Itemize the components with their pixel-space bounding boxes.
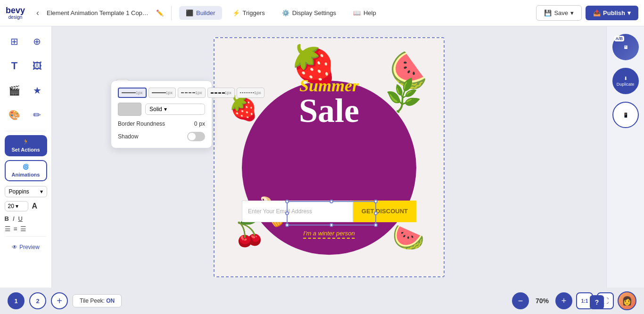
- tile-peek-value: ON: [106, 298, 115, 304]
- preview-button[interactable]: 👁 Preview: [5, 241, 46, 254]
- image-icon[interactable]: 🖼: [27, 56, 48, 76]
- monitor-icon: 🖥: [623, 45, 628, 50]
- video-icon[interactable]: 🎬: [4, 80, 25, 101]
- font-name: Poppins: [9, 188, 29, 195]
- border-style-3-btn[interactable]: 1px: [178, 88, 206, 98]
- font-chevron-icon: ▾: [40, 188, 43, 195]
- border-style-5-btn[interactable]: 1px: [237, 88, 264, 98]
- preview-icon: 👁: [12, 244, 17, 250]
- edit-title-icon[interactable]: ✏️: [156, 9, 164, 16]
- save-label: Save: [554, 9, 568, 16]
- builder-icon: ⬛: [186, 9, 193, 16]
- builder-tab[interactable]: ⬛ Builder: [179, 6, 222, 20]
- align-center-button[interactable]: ≡: [14, 225, 17, 233]
- top-navigation: bevy design ‹ Element Animation Template…: [0, 0, 644, 26]
- page-2-label: 2: [36, 298, 39, 305]
- user-avatar-button[interactable]: 👩: [618, 291, 636, 310]
- duplicate-button[interactable]: ⬇ Duplicate: [612, 68, 639, 94]
- text-icon[interactable]: T: [4, 56, 25, 76]
- border-style-solid-btn[interactable]: 1px: [118, 88, 147, 98]
- zoom-out-button[interactable]: −: [512, 292, 529, 309]
- save-button[interactable]: 💾 Save ▾: [536, 5, 582, 21]
- bold-icon: B: [5, 215, 9, 222]
- page-1-label: 1: [14, 298, 17, 305]
- border-px-2: 1px: [166, 90, 173, 95]
- elements-icon[interactable]: ⊞: [4, 31, 25, 52]
- zoom-in-button[interactable]: +: [555, 292, 572, 309]
- border-style-dropdown[interactable]: Solid ▾: [145, 104, 205, 115]
- logo: bevy design: [6, 6, 25, 20]
- selection-box: [287, 201, 376, 225]
- star-icon[interactable]: ★: [27, 80, 48, 101]
- sidebar-divider: [5, 131, 46, 131]
- align-right-button[interactable]: ☰: [20, 225, 26, 233]
- handle-br[interactable]: [374, 223, 378, 227]
- animations-button[interactable]: 🌀 Animations: [5, 160, 47, 181]
- handle-bottom[interactable]: [330, 223, 333, 227]
- font-size-value: 20: [8, 203, 14, 209]
- sidebar-text-icons: T 🖼: [4, 56, 48, 76]
- handle-bl[interactable]: [285, 223, 289, 227]
- page-2-button[interactable]: 2: [29, 292, 46, 309]
- page-1-button[interactable]: 1: [8, 292, 25, 309]
- bottom-bar: 1 2 + Tile Peek: ON − 70% + 1:1 ⛶ 👩 ?: [0, 288, 644, 314]
- logo-name: bevy: [6, 6, 25, 15]
- save-icon: 💾: [544, 9, 552, 16]
- triggers-tab[interactable]: ⚡ Triggers: [226, 6, 272, 20]
- left-sidebar: ⊞ ⊕ T 🖼 🎬 ★ 🎨 ✏ 🏃 Set Actions 🌀 Animatio…: [0, 26, 52, 288]
- underline-button[interactable]: U: [18, 215, 23, 222]
- border-style-chevron: ▾: [164, 106, 167, 113]
- font-size-row: 20 ▾ A: [5, 201, 47, 211]
- italic-button[interactable]: I: [13, 215, 15, 222]
- font-family-select[interactable]: Poppins ▾: [5, 186, 47, 197]
- back-button[interactable]: ‹: [33, 6, 43, 20]
- shadow-toggle[interactable]: [187, 132, 205, 141]
- tile-peek-button[interactable]: Tile Peek: ON: [73, 294, 122, 307]
- align-left-button[interactable]: ☰: [5, 225, 11, 233]
- add-page-icon: +: [57, 296, 62, 306]
- publish-button[interactable]: 📤 Publish ▾: [586, 6, 638, 20]
- border-style-4-btn[interactable]: 1px: [207, 88, 235, 98]
- pen-icon[interactable]: ✏: [27, 105, 48, 125]
- shadow-row: Shadow: [118, 132, 205, 141]
- display-settings-label: Display Settings: [292, 9, 336, 16]
- mobile-icon: 📱: [623, 113, 628, 118]
- canvas-area: ? 1px 1px 1px 1px: [52, 26, 606, 288]
- ab-test-button[interactable]: A/B 🖥: [612, 34, 639, 60]
- help-float-button[interactable]: ?: [590, 295, 604, 309]
- border-solid-line: [122, 92, 136, 93]
- handle-tr[interactable]: [374, 200, 378, 203]
- help-tab[interactable]: 📖 Help: [347, 6, 383, 20]
- paint-icon[interactable]: 🎨: [4, 105, 25, 125]
- handle-right[interactable]: [374, 211, 378, 215]
- border-px-3: 1px: [195, 90, 202, 95]
- zoom-level-display: 70%: [533, 297, 552, 305]
- border-color-swatch[interactable]: [118, 103, 141, 116]
- set-actions-button[interactable]: 🏃 Set Actions: [5, 135, 47, 156]
- border-style-2-btn[interactable]: 1px: [149, 88, 176, 98]
- banner-text-area: Summer Sale: [299, 76, 359, 126]
- triggers-label: Triggers: [243, 9, 265, 16]
- add-element-icon[interactable]: ⊕: [27, 31, 48, 52]
- duplicate-icon: ⬇: [624, 76, 627, 81]
- handle-tl[interactable]: [285, 200, 289, 203]
- triggers-icon: ⚡: [232, 9, 240, 16]
- italic-icon: I: [13, 215, 15, 222]
- border-style-value: Solid: [149, 106, 162, 113]
- handle-left[interactable]: [285, 211, 289, 215]
- border-px-5: 1px: [254, 90, 261, 95]
- display-settings-tab[interactable]: ⚙️ Display Settings: [275, 6, 343, 20]
- border-roundness-row: Border Roundness 0 px: [118, 121, 205, 127]
- document-title: Element Animation Template 1 Copy Cop...: [47, 9, 150, 16]
- font-size-select[interactable]: 20 ▾: [5, 201, 28, 211]
- border-px-1: 1px: [136, 90, 143, 95]
- border-color-row: Solid ▾: [118, 103, 205, 116]
- add-page-button[interactable]: +: [51, 292, 68, 309]
- mobile-preview-button[interactable]: 📱: [612, 102, 639, 128]
- winter-text: I'm a winter person: [303, 230, 355, 239]
- bold-button[interactable]: B: [5, 215, 9, 222]
- help-float-icon: ?: [595, 298, 599, 306]
- animations-label: Animations: [12, 172, 40, 177]
- duplicate-label: Duplicate: [617, 82, 635, 87]
- handle-top[interactable]: [330, 200, 333, 203]
